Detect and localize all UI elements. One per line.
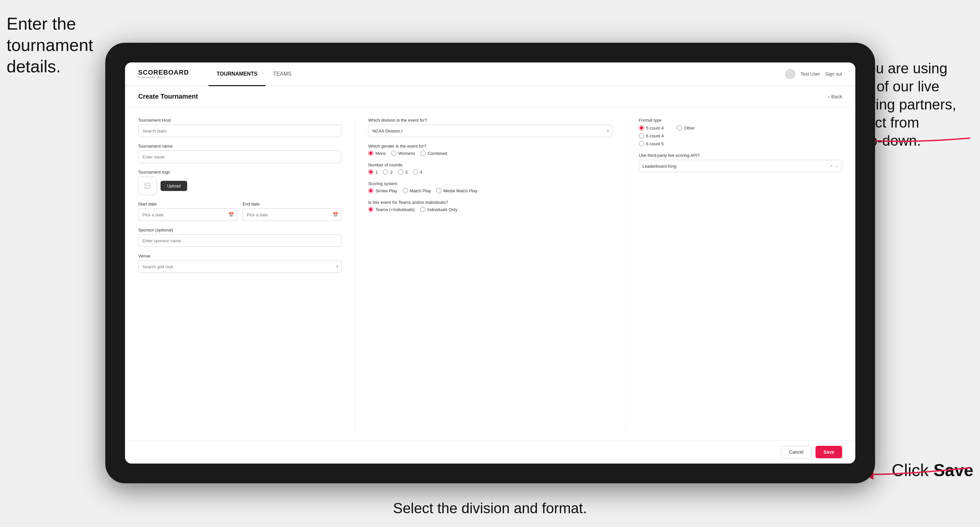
scoring-stroke-radio[interactable] [368,188,373,193]
scoring-match-radio[interactable] [402,188,408,193]
end-date-group: End date 📅 [242,202,342,221]
division-group: Which division is the event for? NCAA Di… [368,118,612,137]
teams-individuals[interactable]: Individuals Only [420,207,458,212]
venue-input[interactable] [138,260,342,273]
format-type-group: Format type 5 count 4 6 count 4 [639,118,842,146]
calendar-icon-2: 📅 [332,212,338,217]
format-6count5-radio[interactable] [639,141,644,146]
navigation-bar: SCOREBOARD Powered by clippit TOURNAMENT… [125,62,855,86]
format-6count5[interactable]: 6 count 5 [639,141,664,146]
live-scoring-value: Leaderboard King [643,164,828,169]
start-date-input[interactable] [138,208,237,221]
format-5count4-radio[interactable] [639,125,644,130]
rounds-1-radio[interactable] [368,169,373,175]
rounds-3-radio[interactable] [398,169,403,175]
tablet-screen: SCOREBOARD Powered by clippit TOURNAMENT… [125,62,855,464]
rounds-3[interactable]: 3 [398,169,407,175]
gender-womens-radio[interactable] [391,151,396,156]
user-name: Test User [801,71,820,76]
live-scoring-group: Use third-party live scoring API? Leader… [639,153,842,172]
tournament-logo-label: Tournament logo [138,170,342,175]
save-button[interactable]: Save [816,446,842,458]
gender-combined-radio[interactable] [420,151,426,156]
teams-label: Is this event for Teams and/or Individua… [368,200,612,205]
tournament-logo-group: Tournament logo Upload [138,170,342,195]
venue-group: Venue ▾ [138,254,342,273]
format-options: 5 count 4 6 count 4 6 count 5 [639,125,842,146]
gender-mens-radio[interactable] [368,151,373,156]
tournament-host-group: Tournament Host [138,118,342,137]
rounds-4[interactable]: 4 [413,169,422,175]
end-date-wrapper: 📅 [242,208,342,221]
form-col-right: Format type 5 count 4 6 count 4 [626,118,842,430]
rounds-2-radio[interactable] [383,169,388,175]
gender-radio-group: Mens Womens Combined [368,151,612,156]
format-5count4[interactable]: 5 count 4 [639,125,664,130]
scoring-medal-match-radio[interactable] [436,188,441,193]
rounds-1[interactable]: 1 [368,169,378,175]
scoring-stroke[interactable]: Stroke Play [368,188,397,193]
svg-point-1 [146,184,147,185]
live-scoring-clear-button[interactable]: × [830,164,833,168]
brand-title: SCOREBOARD [138,69,189,76]
annotation-bottom-right: Click Save [891,460,974,481]
sponsor-group: Sponsor (optional) [138,227,342,247]
back-button[interactable]: ‹ Back [828,94,842,99]
tournament-name-label: Tournament name [138,144,342,149]
nav-right: Test User Sign out [785,69,843,79]
user-avatar [785,69,795,79]
calendar-icon: 📅 [228,212,234,217]
scoring-medal-match[interactable]: Medal Match Play [436,188,477,193]
format-6count4-radio[interactable] [639,133,644,138]
rounds-label: Number of rounds [368,162,612,167]
division-select-wrapper: NCAA Division I ▾ [368,125,612,137]
teams-individuals-radio[interactable] [420,207,425,212]
tournament-host-input[interactable] [138,125,342,137]
scoring-radio-group: Stroke Play Match Play Medal Match Play [368,188,612,193]
nav-tabs: TOURNAMENTS TEAMS [208,62,784,86]
form-area: Tournament Host Tournament name Tourname… [125,107,855,440]
venue-label: Venue [138,254,342,259]
format-6count4[interactable]: 6 count 4 [639,133,664,138]
teams-teams-radio[interactable] [368,207,373,212]
nav-tab-teams[interactable]: TEAMS [266,62,299,86]
format-other[interactable]: Other [677,125,695,130]
live-scoring-input-wrapper[interactable]: Leaderboard King × ⌄ [639,160,842,172]
annotation-bottom-center: Select the division and format. [393,499,587,517]
brand-subtitle: Powered by clippit [138,76,189,79]
teams-teams[interactable]: Teams (+Individuals) [368,207,415,212]
end-date-input[interactable] [242,208,342,221]
format-type-label: Format type [639,118,842,123]
tournament-name-input[interactable] [138,151,342,163]
signout-link[interactable]: Sign out [826,71,842,76]
nav-tab-tournaments[interactable]: TOURNAMENTS [208,62,265,86]
format-other-radio[interactable] [677,125,682,130]
tournament-name-group: Tournament name [138,144,342,163]
division-dropdown-icon: ▾ [607,129,609,133]
scoring-match[interactable]: Match Play [402,188,431,193]
upload-button[interactable]: Upload [161,181,187,191]
date-row: Start date 📅 End date 📅 [138,202,342,221]
gender-mens[interactable]: Mens [368,151,386,156]
cancel-button[interactable]: Cancel [781,446,812,458]
page-header: Create Tournament ‹ Back [125,86,855,107]
venue-select-wrapper: ▾ [138,260,342,273]
scoring-group: Scoring system Stroke Play Match Play [368,181,612,193]
sponsor-label: Sponsor (optional) [138,227,342,232]
gender-label: Which gender is the event for? [368,144,612,149]
format-col-1: 5 count 4 6 count 4 6 count 5 [639,125,664,146]
tablet-shell: SCOREBOARD Powered by clippit TOURNAMENT… [105,43,875,483]
form-footer: Cancel Save [125,440,855,464]
live-scoring-dropdown-icon[interactable]: ⌄ [835,164,838,168]
tournament-host-label: Tournament Host [138,118,342,123]
sponsor-input[interactable] [138,234,342,247]
division-select[interactable]: NCAA Division I [368,125,612,137]
gender-womens[interactable]: Womens [391,151,415,156]
live-scoring-label: Use third-party live scoring API? [639,153,842,158]
start-date-group: Start date 📅 [138,202,237,221]
rounds-4-radio[interactable] [413,169,418,175]
logo-placeholder-icon [138,176,157,195]
teams-group: Is this event for Teams and/or Individua… [368,200,612,212]
gender-combined[interactable]: Combined [420,151,447,156]
rounds-2[interactable]: 2 [383,169,393,175]
